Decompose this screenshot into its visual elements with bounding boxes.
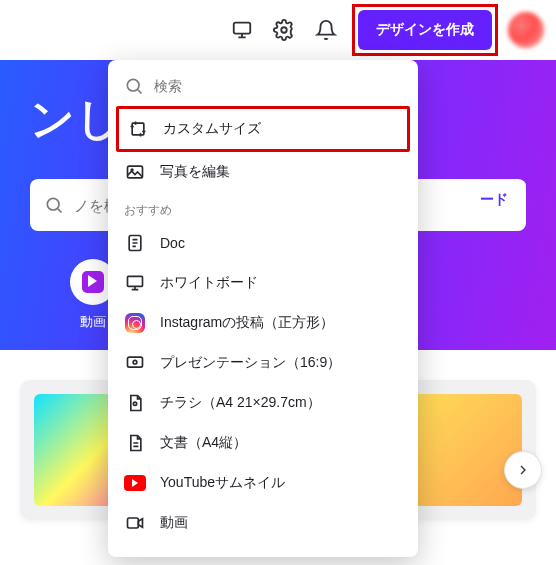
svg-rect-4 (132, 123, 144, 135)
upgrade-button-fragment[interactable]: ード (462, 180, 526, 220)
dropdown-section-header: おすすめ (108, 192, 418, 223)
svg-rect-0 (234, 23, 251, 34)
menu-item-instagram[interactable]: Instagramの投稿（正方形） (108, 303, 418, 343)
avatar[interactable] (508, 12, 544, 48)
document-icon (124, 432, 146, 454)
create-design-dropdown: カスタムサイズ 写真を編集 おすすめ Doc ホワイトボード Instagram… (108, 60, 418, 557)
svg-point-6 (131, 169, 133, 171)
gear-icon[interactable] (268, 14, 300, 46)
search-icon (124, 76, 144, 96)
flyer-icon (124, 392, 146, 414)
hero-card-label: 動画 (80, 313, 106, 331)
menu-item-label: 動画 (160, 514, 188, 532)
create-design-highlight: デザインを作成 (352, 4, 498, 56)
video-icon (124, 512, 146, 534)
menu-item-label: Doc (160, 235, 185, 251)
menu-item-presentation[interactable]: プレゼンテーション（16:9） (108, 343, 418, 383)
photo-icon (124, 161, 146, 183)
custom-size-highlight: カスタムサイズ (116, 106, 410, 152)
menu-item-video[interactable]: 動画 (108, 503, 418, 543)
svg-rect-8 (128, 276, 143, 286)
menu-item-whiteboard[interactable]: ホワイトボード (108, 263, 418, 303)
menu-item-label: 文書（A4縦） (160, 434, 247, 452)
dropdown-search-row[interactable] (108, 70, 418, 106)
svg-point-10 (133, 360, 137, 364)
menu-item-label: チラシ（A4 21×29.7cm） (160, 394, 321, 412)
instagram-icon (124, 312, 146, 334)
svg-point-2 (47, 198, 59, 210)
menu-item-label: カスタムサイズ (163, 120, 261, 138)
presentation-icon (124, 352, 146, 374)
menu-item-label: プレゼンテーション（16:9） (160, 354, 341, 372)
svg-point-1 (281, 27, 287, 33)
menu-item-label: 写真を編集 (160, 163, 230, 181)
svg-rect-12 (128, 518, 139, 528)
desktop-icon[interactable] (226, 14, 258, 46)
svg-point-3 (127, 79, 139, 91)
svg-point-11 (133, 402, 136, 405)
create-design-button[interactable]: デザインを作成 (358, 10, 492, 50)
top-bar: デザインを作成 (0, 0, 556, 60)
menu-item-flyer[interactable]: チラシ（A4 21×29.7cm） (108, 383, 418, 423)
menu-item-custom-size[interactable]: カスタムサイズ (119, 109, 407, 149)
search-icon (44, 195, 64, 215)
menu-item-edit-photo[interactable]: 写真を編集 (108, 152, 418, 192)
menu-item-label: Instagramの投稿（正方形） (160, 314, 334, 332)
custom-size-icon (127, 118, 149, 140)
menu-item-label: ホワイトボード (160, 274, 258, 292)
youtube-icon (124, 472, 146, 494)
dropdown-search-input[interactable] (154, 78, 402, 94)
scroll-next-button[interactable] (504, 451, 542, 489)
svg-rect-9 (128, 357, 143, 367)
menu-item-doc[interactable]: Doc (108, 223, 418, 263)
chevron-right-icon (515, 462, 531, 478)
menu-item-youtube[interactable]: YouTubeサムネイル (108, 463, 418, 503)
menu-item-document[interactable]: 文書（A4縦） (108, 423, 418, 463)
menu-item-label: YouTubeサムネイル (160, 474, 285, 492)
doc-icon (124, 232, 146, 254)
bell-icon[interactable] (310, 14, 342, 46)
whiteboard-icon (124, 272, 146, 294)
